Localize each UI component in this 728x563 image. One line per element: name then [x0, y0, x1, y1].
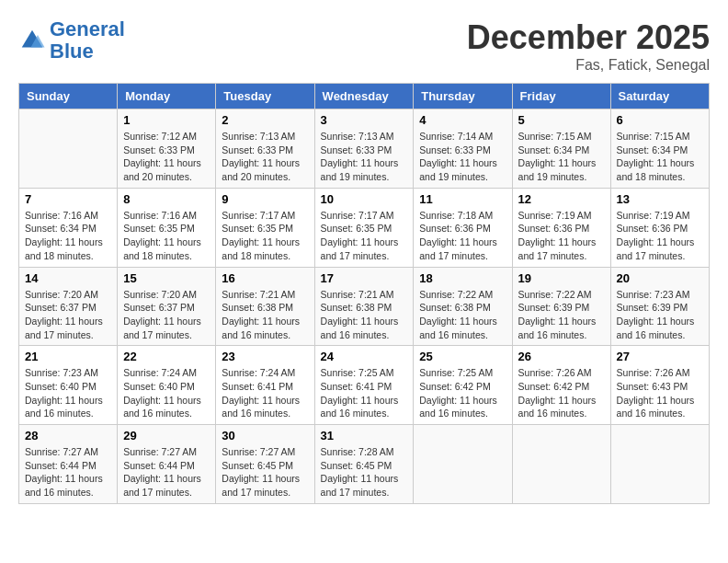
day-cell: 5Sunrise: 7:15 AM Sunset: 6:34 PM Daylig…: [512, 109, 610, 189]
day-cell: 15Sunrise: 7:20 AM Sunset: 6:37 PM Dayli…: [118, 267, 216, 346]
day-info: Sunrise: 7:28 AM Sunset: 6:45 PM Dayligh…: [321, 445, 408, 500]
day-number: 7: [25, 192, 111, 206]
day-info: Sunrise: 7:16 AM Sunset: 6:35 PM Dayligh…: [123, 209, 210, 263]
logo: General Blue: [18, 18, 125, 63]
day-number: 22: [123, 350, 210, 363]
calendar-table: SundayMondayTuesdayWednesdayThursdayFrid…: [18, 83, 710, 504]
day-number: 26: [518, 350, 605, 363]
day-number: 16: [222, 271, 308, 285]
day-number: 2: [222, 113, 308, 127]
day-number: 10: [321, 192, 408, 206]
day-info: Sunrise: 7:13 AM Sunset: 6:33 PM Dayligh…: [321, 130, 408, 184]
header-cell-sunday: Sunday: [19, 84, 118, 109]
day-number: 30: [222, 429, 308, 442]
day-info: Sunrise: 7:22 AM Sunset: 6:38 PM Dayligh…: [419, 288, 506, 342]
day-number: 29: [123, 429, 210, 442]
header-cell-monday: Monday: [118, 84, 216, 109]
day-info: Sunrise: 7:26 AM Sunset: 6:42 PM Dayligh…: [518, 366, 605, 420]
logo-text: General Blue: [50, 18, 125, 63]
day-info: Sunrise: 7:27 AM Sunset: 6:44 PM Dayligh…: [123, 445, 210, 500]
page-header: General Blue December 2025 Fas, Fatick, …: [18, 18, 710, 74]
day-cell: 8Sunrise: 7:16 AM Sunset: 6:35 PM Daylig…: [118, 188, 216, 267]
day-info: Sunrise: 7:19 AM Sunset: 6:36 PM Dayligh…: [617, 209, 703, 263]
day-cell: [19, 109, 118, 189]
day-number: 6: [617, 113, 703, 127]
day-cell: 16Sunrise: 7:21 AM Sunset: 6:38 PM Dayli…: [216, 267, 314, 346]
day-info: Sunrise: 7:14 AM Sunset: 6:33 PM Dayligh…: [419, 130, 506, 184]
header-row: SundayMondayTuesdayWednesdayThursdayFrid…: [19, 84, 710, 109]
day-info: Sunrise: 7:24 AM Sunset: 6:40 PM Dayligh…: [123, 366, 210, 420]
day-info: Sunrise: 7:15 AM Sunset: 6:34 PM Dayligh…: [518, 130, 605, 184]
header-cell-wednesday: Wednesday: [314, 84, 414, 109]
day-number: 17: [321, 271, 408, 285]
day-info: Sunrise: 7:27 AM Sunset: 6:44 PM Dayligh…: [25, 445, 111, 500]
day-cell: [610, 425, 709, 504]
day-cell: 2Sunrise: 7:13 AM Sunset: 6:33 PM Daylig…: [216, 109, 314, 189]
day-number: 23: [222, 350, 308, 363]
day-cell: 26Sunrise: 7:26 AM Sunset: 6:42 PM Dayli…: [512, 346, 610, 425]
day-cell: 11Sunrise: 7:18 AM Sunset: 6:36 PM Dayli…: [414, 188, 512, 267]
day-cell: 12Sunrise: 7:19 AM Sunset: 6:36 PM Dayli…: [512, 188, 610, 267]
day-cell: 27Sunrise: 7:26 AM Sunset: 6:43 PM Dayli…: [610, 346, 709, 425]
day-number: 25: [419, 350, 506, 363]
week-row-1: 1Sunrise: 7:12 AM Sunset: 6:33 PM Daylig…: [19, 109, 710, 189]
day-number: 8: [123, 192, 210, 206]
day-number: 24: [321, 350, 408, 363]
day-number: 28: [25, 429, 111, 442]
calendar-header: SundayMondayTuesdayWednesdayThursdayFrid…: [19, 84, 710, 109]
day-cell: 31Sunrise: 7:28 AM Sunset: 6:45 PM Dayli…: [314, 425, 414, 504]
day-info: Sunrise: 7:19 AM Sunset: 6:36 PM Dayligh…: [518, 209, 605, 263]
day-cell: 9Sunrise: 7:17 AM Sunset: 6:35 PM Daylig…: [216, 188, 314, 267]
day-cell: 10Sunrise: 7:17 AM Sunset: 6:35 PM Dayli…: [314, 188, 414, 267]
day-cell: 13Sunrise: 7:19 AM Sunset: 6:36 PM Dayli…: [610, 188, 709, 267]
day-info: Sunrise: 7:23 AM Sunset: 6:40 PM Dayligh…: [25, 366, 111, 420]
day-info: Sunrise: 7:12 AM Sunset: 6:33 PM Dayligh…: [123, 130, 210, 184]
day-info: Sunrise: 7:16 AM Sunset: 6:34 PM Dayligh…: [25, 209, 111, 263]
day-cell: 28Sunrise: 7:27 AM Sunset: 6:44 PM Dayli…: [19, 425, 118, 504]
week-row-3: 14Sunrise: 7:20 AM Sunset: 6:37 PM Dayli…: [19, 267, 710, 346]
week-row-2: 7Sunrise: 7:16 AM Sunset: 6:34 PM Daylig…: [19, 188, 710, 267]
day-cell: 30Sunrise: 7:27 AM Sunset: 6:45 PM Dayli…: [216, 425, 314, 504]
day-info: Sunrise: 7:22 AM Sunset: 6:39 PM Dayligh…: [518, 288, 605, 342]
logo-icon: [18, 27, 46, 54]
day-cell: 22Sunrise: 7:24 AM Sunset: 6:40 PM Dayli…: [118, 346, 216, 425]
month-title: December 2025: [467, 18, 710, 57]
day-number: 19: [518, 271, 605, 285]
day-number: 9: [222, 192, 308, 206]
day-number: 12: [518, 192, 605, 206]
day-number: 15: [123, 271, 210, 285]
header-cell-tuesday: Tuesday: [216, 84, 314, 109]
day-number: 27: [617, 350, 703, 363]
day-info: Sunrise: 7:21 AM Sunset: 6:38 PM Dayligh…: [321, 288, 408, 342]
day-number: 21: [25, 350, 111, 363]
calendar-body: 1Sunrise: 7:12 AM Sunset: 6:33 PM Daylig…: [19, 109, 710, 504]
day-info: Sunrise: 7:20 AM Sunset: 6:37 PM Dayligh…: [123, 288, 210, 342]
day-number: 31: [321, 429, 408, 442]
day-number: 1: [123, 113, 210, 127]
day-cell: 6Sunrise: 7:15 AM Sunset: 6:34 PM Daylig…: [610, 109, 709, 189]
location: Fas, Fatick, Senegal: [467, 57, 710, 74]
day-cell: 24Sunrise: 7:25 AM Sunset: 6:41 PM Dayli…: [314, 346, 414, 425]
day-number: 4: [419, 113, 506, 127]
day-cell: 4Sunrise: 7:14 AM Sunset: 6:33 PM Daylig…: [414, 109, 512, 189]
day-cell: 20Sunrise: 7:23 AM Sunset: 6:39 PM Dayli…: [610, 267, 709, 346]
day-cell: 21Sunrise: 7:23 AM Sunset: 6:40 PM Dayli…: [19, 346, 118, 425]
day-info: Sunrise: 7:27 AM Sunset: 6:45 PM Dayligh…: [222, 445, 308, 500]
title-block: December 2025 Fas, Fatick, Senegal: [467, 18, 710, 74]
day-info: Sunrise: 7:25 AM Sunset: 6:41 PM Dayligh…: [321, 366, 408, 420]
day-info: Sunrise: 7:21 AM Sunset: 6:38 PM Dayligh…: [222, 288, 308, 342]
day-number: 3: [321, 113, 408, 127]
day-cell: 7Sunrise: 7:16 AM Sunset: 6:34 PM Daylig…: [19, 188, 118, 267]
header-cell-saturday: Saturday: [610, 84, 709, 109]
day-cell: 29Sunrise: 7:27 AM Sunset: 6:44 PM Dayli…: [118, 425, 216, 504]
week-row-4: 21Sunrise: 7:23 AM Sunset: 6:40 PM Dayli…: [19, 346, 710, 425]
header-cell-friday: Friday: [512, 84, 610, 109]
day-info: Sunrise: 7:17 AM Sunset: 6:35 PM Dayligh…: [222, 209, 308, 263]
day-cell: 14Sunrise: 7:20 AM Sunset: 6:37 PM Dayli…: [19, 267, 118, 346]
day-cell: 1Sunrise: 7:12 AM Sunset: 6:33 PM Daylig…: [118, 109, 216, 189]
day-number: 5: [518, 113, 605, 127]
day-number: 11: [419, 192, 506, 206]
day-info: Sunrise: 7:26 AM Sunset: 6:43 PM Dayligh…: [617, 366, 703, 420]
day-number: 14: [25, 271, 111, 285]
day-info: Sunrise: 7:18 AM Sunset: 6:36 PM Dayligh…: [419, 209, 506, 263]
